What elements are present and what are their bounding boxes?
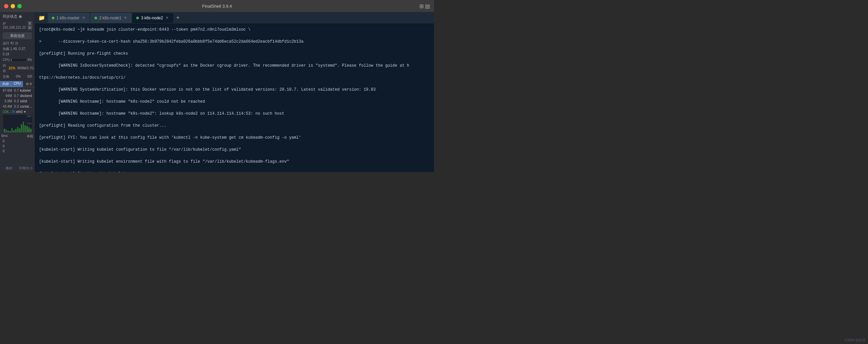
tab-command[interactable]: 命令 bbox=[23, 81, 35, 87]
minimize-button[interactable] bbox=[11, 4, 15, 8]
mem-detail: 800M/3.7G bbox=[18, 66, 34, 71]
tab-k8s-master[interactable]: 1 k8s-master ✕ bbox=[48, 13, 90, 23]
network-labels: 89K 61K 30K bbox=[27, 115, 32, 132]
terminal-line-8: [WARNING Hostname]: hostname "k8s-node2"… bbox=[39, 111, 430, 117]
proc-mem-1: 67.6M bbox=[1, 88, 12, 93]
tab-memory[interactable]: 内存 bbox=[0, 81, 12, 87]
new-tab-button[interactable]: + bbox=[174, 14, 182, 21]
latency-val-2: 0 bbox=[3, 144, 33, 149]
network-section: ↑23K ↓7K eth0 ▼ bbox=[0, 109, 35, 133]
sidebar-bottom: 路径 可用/大小 bbox=[0, 164, 35, 172]
system-stats: 运行 41 分 负载 1.48, 0.37, 0.18 CPU 4% 内存 bbox=[0, 41, 35, 80]
proc-row-sshd: 5.9M 0.3 sshd bbox=[0, 99, 35, 104]
net-bar-10 bbox=[21, 124, 22, 132]
runtime-label: 运行 41 分 bbox=[3, 41, 18, 46]
proc-row-container: 43.4M 0.3 container bbox=[0, 104, 35, 109]
copy-ip-button[interactable]: 复制 bbox=[27, 21, 32, 30]
sync-label: 同步状态 bbox=[3, 14, 18, 19]
tab-close-3[interactable]: ✕ bbox=[165, 15, 169, 20]
proc-row-kubelet: 67.6M 0.7 kubelet bbox=[0, 88, 35, 93]
proc-mem-4: 43.4M bbox=[1, 104, 12, 109]
proc-name-3: sshd bbox=[19, 99, 33, 104]
net-bar-2 bbox=[6, 130, 7, 132]
close-button[interactable] bbox=[4, 4, 8, 8]
proc-row-dockerd: 94M 0.7 dockerd bbox=[0, 93, 35, 99]
cpu-bar-row: 4% bbox=[11, 57, 32, 63]
titlebar: FinalShell 3.9.4 ⊞ ▤ bbox=[0, 0, 434, 12]
traffic-lights bbox=[4, 4, 22, 8]
latency-nums: 0 0 0 bbox=[1, 139, 33, 154]
net-bar-5 bbox=[11, 128, 13, 132]
tab-k8s-node1[interactable]: 2 k8s-node1 ✕ bbox=[90, 13, 131, 23]
net-label-low: 30K bbox=[27, 129, 32, 132]
cpu-bar-fill bbox=[11, 59, 12, 61]
cpu-bar-bg bbox=[11, 59, 26, 61]
latency-section: 0ms 本机 0 0 0 bbox=[0, 133, 35, 154]
mem-bar-row: 21% 800M/3.7G bbox=[7, 66, 34, 71]
main-layout: 同步状态 IP 192.168.101.22 复制 系统信息 运行 41 分 负… bbox=[0, 12, 434, 172]
cpu-value: 4% bbox=[27, 57, 32, 63]
latency-right: 本机 bbox=[27, 134, 33, 139]
proc-mem-2: 94M bbox=[1, 94, 12, 98]
swap-detail: 0/0 bbox=[27, 74, 32, 79]
proc-cpu-2: 0.7 bbox=[12, 94, 19, 98]
tab-label-1: 1 k8s-master bbox=[56, 16, 80, 20]
swap-row: 交换 0% 0/0 bbox=[3, 74, 32, 79]
tab-dot-3 bbox=[136, 17, 139, 19]
proc-name-1: kubelet bbox=[19, 88, 33, 93]
swap-label: 交换 bbox=[3, 74, 9, 79]
terminal-line-10: [preflight] FYI: You can look at this co… bbox=[39, 135, 430, 141]
network-row: ↑23K ↓7K eth0 ▼ bbox=[1, 110, 33, 114]
swap-percent: 0% bbox=[16, 74, 21, 79]
tab-cpu[interactable]: CPU bbox=[12, 81, 23, 87]
net-bar-9 bbox=[19, 128, 20, 132]
net-bar-7 bbox=[15, 129, 17, 132]
latency-row: 0ms 本机 bbox=[1, 134, 33, 139]
terminal-line-1: [root@k8s-node2 ~]# kubeadm join cluster… bbox=[39, 27, 430, 33]
terminal-line-6: [WARNING SystemVerification]: this Docke… bbox=[39, 87, 430, 93]
grid-icon: ⊞ bbox=[419, 3, 424, 9]
terminal-line-12: [kubelet-start] Writing kubelet environm… bbox=[39, 159, 430, 165]
net-up: ↑23K bbox=[1, 110, 9, 114]
tab-close-2[interactable]: ✕ bbox=[123, 15, 127, 20]
network-graph: 89K 61K 30K bbox=[3, 114, 33, 133]
terminal-line-11: [kubelet-start] Writing kubelet configur… bbox=[39, 147, 430, 153]
sidebar: 同步状态 IP 192.168.101.22 复制 系统信息 运行 41 分 负… bbox=[0, 12, 35, 172]
ip-row: IP 192.168.101.22 复制 bbox=[0, 20, 35, 31]
terminal-line-13: [kubelet-start] Starting the kubelet bbox=[39, 171, 430, 172]
net-bar-12 bbox=[24, 125, 26, 132]
right-panel: 📁 1 k8s-master ✕ 2 k8s-node1 ✕ 3 k8s-nod… bbox=[35, 12, 434, 172]
latency-val-3: 0 bbox=[3, 149, 33, 154]
tab-close-1[interactable]: ✕ bbox=[82, 15, 86, 20]
tab-label-3: 3 k8s-node2 bbox=[141, 16, 163, 20]
net-bar-1 bbox=[4, 129, 5, 132]
load-row: 负载 1.48, 0.37, 0.18 bbox=[3, 46, 32, 57]
tab-k8s-node2[interactable]: 3 k8s-node2 ✕ bbox=[132, 13, 173, 23]
mem-label: 内存 bbox=[3, 63, 6, 74]
layout-icon: ▤ bbox=[425, 3, 430, 9]
net-label-high: 89K bbox=[27, 115, 32, 118]
latency-val-1: 0 bbox=[3, 139, 33, 144]
proc-cpu-3: 0.3 bbox=[12, 99, 19, 104]
sysinfo-button[interactable]: 系统信息 bbox=[3, 32, 32, 39]
mem-row: 内存 21% 800M/3.7G bbox=[3, 63, 32, 74]
folder-icon[interactable]: 📁 bbox=[36, 15, 47, 21]
proc-name-2: dockerd bbox=[19, 94, 33, 98]
net-bar-8 bbox=[17, 127, 19, 132]
net-bar-11 bbox=[23, 122, 24, 132]
load-label: 负载 1.48, 0.37, 0.18 bbox=[3, 46, 32, 57]
mem-percent: 21% bbox=[9, 66, 16, 71]
app-title: FinalShell 3.9.4 bbox=[202, 4, 232, 9]
tab-dot-2 bbox=[94, 17, 97, 19]
terminal[interactable]: [root@k8s-node2 ~]# kubeadm join cluster… bbox=[35, 24, 434, 172]
maximize-button[interactable] bbox=[18, 4, 22, 8]
tab-dot-1 bbox=[52, 17, 54, 19]
terminal-line-7: [WARNING Hostname]: hostname "k8s-node2"… bbox=[39, 99, 430, 105]
tab-bar: 📁 1 k8s-master ✕ 2 k8s-node1 ✕ 3 k8s-nod… bbox=[35, 12, 434, 24]
proc-cpu-4: 0.3 bbox=[12, 104, 19, 109]
cpu-row: CPU 4% bbox=[3, 57, 32, 63]
tab-label-2: 2 k8s-node1 bbox=[99, 16, 121, 20]
terminal-line-4: [WARNING IsDockerSystemdCheck]: detected… bbox=[39, 63, 430, 69]
bottom-avail: 可用/大小 bbox=[18, 166, 33, 171]
cpu-label: CPU bbox=[3, 57, 10, 63]
